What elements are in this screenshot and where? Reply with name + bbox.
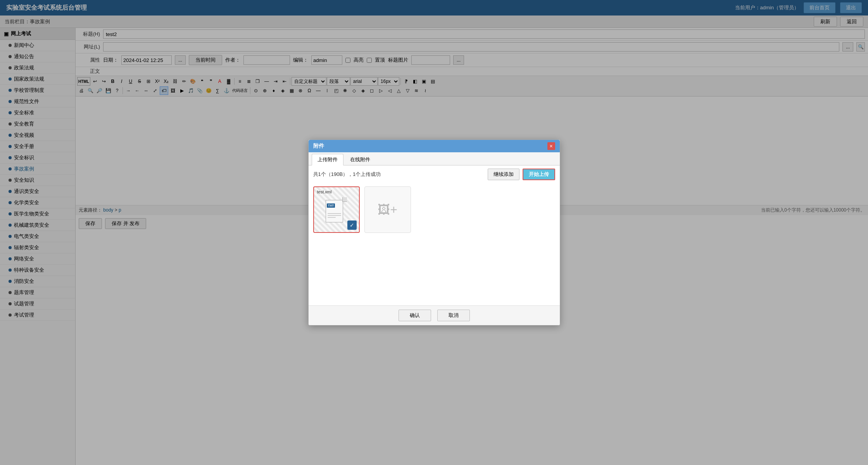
xml-lines [328, 213, 341, 219]
xml-file-body: TXT [326, 200, 343, 222]
continue-add-btn[interactable]: 继续添加 [488, 169, 519, 180]
modal-close-btn[interactable]: × [547, 142, 555, 150]
modal-titlebar: 附件 × [309, 140, 560, 152]
add-icon: 🖼+ [378, 203, 397, 217]
file-icon-area: TXT [326, 197, 347, 222]
confirm-btn[interactable]: 确认 [399, 310, 431, 321]
xml-badge: TXT [327, 203, 335, 208]
file-name-label: test.xml [317, 189, 332, 194]
xml-line [328, 215, 341, 216]
modal-spacer [309, 271, 560, 306]
modal-tabs: 上传附件 在线附件 [309, 152, 560, 165]
xml-file-icon: TXT [326, 197, 347, 222]
add-file-placeholder[interactable]: 🖼+ [364, 186, 411, 233]
xml-line [328, 213, 341, 214]
attachment-modal: 附件 × 上传附件 在线附件 共1个（190B），1个上传成功 继续添加 开始上… [308, 140, 560, 326]
modal-footer: 确认 取消 [309, 305, 560, 325]
start-upload-btn[interactable]: 开始上传 [523, 169, 555, 180]
file-item[interactable]: test.xml TXT [313, 186, 360, 233]
xml-line [328, 217, 336, 218]
tab-upload[interactable]: 上传附件 [312, 154, 343, 165]
modal-overlay[interactable]: 附件 × 上传附件 在线附件 共1个（190B），1个上传成功 继续添加 开始上… [0, 0, 868, 465]
modal-title: 附件 [313, 143, 324, 150]
xml-file-corner [342, 197, 347, 202]
modal-toolbar: 共1个（190B），1个上传成功 继续添加 开始上传 [309, 165, 560, 183]
tab-online[interactable]: 在线附件 [344, 154, 376, 165]
modal-actions: 继续添加 开始上传 [488, 169, 555, 180]
modal-files: test.xml TXT [309, 183, 560, 271]
modal-info: 共1个（190B），1个上传成功 [313, 171, 381, 178]
cancel-btn[interactable]: 取消 [437, 310, 470, 321]
file-check-icon: ✓ [347, 220, 357, 230]
